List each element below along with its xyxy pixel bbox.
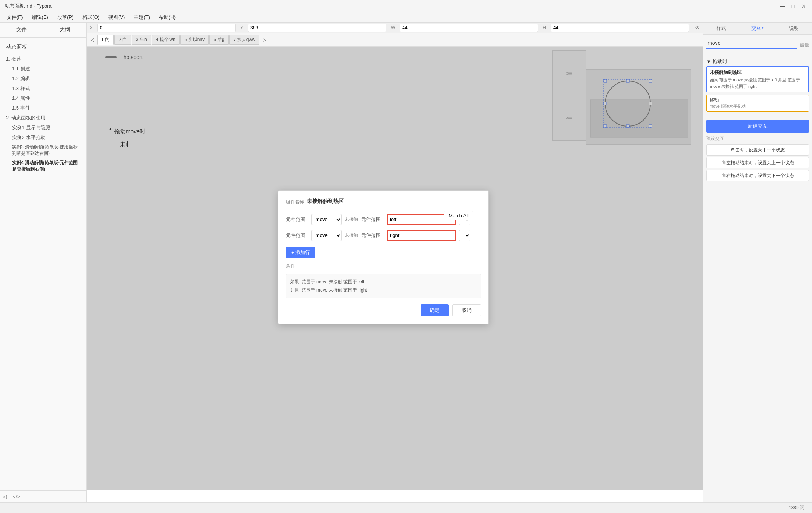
sidebar-item-s2-4[interactable]: 实例4 滑动解锁(简单版-元件范围是否接触到右侧)	[3, 158, 83, 174]
toolbar-h-label: H	[543, 25, 546, 31]
shape-name-row: move 编辑	[706, 38, 809, 53]
action-item-1[interactable]: 移动 move 跟随水平拖动	[706, 95, 809, 112]
condition-line1: 如果 范围于 move 未接触 范围于 left	[290, 278, 477, 286]
tab-item-6[interactable]: 7 换人qww	[229, 35, 259, 45]
sidebar-tab-outline[interactable]: 大纲	[43, 23, 87, 37]
sidebar-item-s1-1[interactable]: 1.1 创建	[3, 64, 83, 74]
tab-nav-next[interactable]: ▷	[260, 35, 269, 44]
trigger-section-header[interactable]: ▼ 拖动时	[706, 56, 809, 66]
tabs-row: ◁ 1 的 2 白 3 年h 4 提个jwh 5 所以nny 6 后g 7 换人…	[87, 33, 703, 47]
menu-item-1[interactable]: 编辑(E)	[28, 13, 52, 21]
tab-nav-prev[interactable]: ◁	[88, 35, 96, 44]
menu-item-6[interactable]: 帮助(H)	[155, 13, 179, 21]
minimize-button[interactable]: —	[779, 2, 786, 10]
sidebar-item-s1-5[interactable]: 1.5 事件	[3, 103, 83, 113]
menu-item-0[interactable]: 文件(F)	[3, 13, 27, 21]
action-item-title-1: 移动	[710, 97, 806, 104]
row2-col2-select[interactable]: ▼	[459, 230, 470, 241]
prev-icon[interactable]: ◁	[3, 494, 7, 499]
row1-col1-label: 元件范围	[286, 216, 308, 223]
titlebar: 动态面板.md - Typora — □ ✕	[0, 0, 812, 12]
sidebar-tabs: 文件 大纲	[0, 23, 86, 38]
menubar: 文件(F)编辑(E)段落(P)格式(O)视图(V)主题(T)帮助(H)	[0, 12, 812, 23]
condition-section: 条件 如果 范围于 move 未接触 范围于 left 并且 范围于 move …	[286, 263, 481, 298]
sidebar-item-s2-1[interactable]: 实例1 显示与隐藏	[3, 123, 83, 133]
row2-connector: 未接触	[345, 232, 358, 238]
toolbar-strip: X 0 Y 366 W 44 H 44 👁	[87, 23, 703, 33]
toolbar-x-input[interactable]: 0	[97, 24, 236, 32]
section-arrow: ▼	[706, 59, 711, 64]
tab-item-3[interactable]: 4 提个jwh	[152, 35, 180, 45]
add-row-button[interactable]: + 添加行	[286, 247, 315, 258]
toolbar-w-label: W	[391, 25, 395, 31]
code-icon[interactable]: </>	[13, 494, 20, 499]
row2-col2-label: 元件范围	[361, 232, 384, 239]
match-all-button[interactable]: Match All	[444, 211, 473, 220]
sidebar: 文件 大纲 动态面板 1. 概述 1.1 创建 1.2 编辑 1.3 样式 1.…	[0, 23, 87, 502]
sidebar-item-s2-2[interactable]: 实例2 水平拖动	[3, 133, 83, 142]
toolbar-x-label: X	[90, 25, 93, 31]
cancel-button[interactable]: 取消	[452, 304, 481, 316]
tab-item-0[interactable]: 1 的	[97, 35, 114, 45]
sidebar-item-s2[interactable]: 2. 动态面板的使用	[3, 113, 83, 123]
edit-label[interactable]: 编辑	[800, 42, 809, 49]
shape-name-label: 组件名称	[286, 199, 304, 205]
new-interaction-button[interactable]: 新建交互	[706, 120, 809, 133]
sidebar-item-s1-3[interactable]: 1.3 样式	[3, 84, 83, 93]
row2-col1-select[interactable]: move	[311, 230, 342, 241]
menu-item-3[interactable]: 格式(O)	[79, 13, 103, 21]
menu-item-2[interactable]: 段落(P)	[53, 13, 77, 21]
close-button[interactable]: ✕	[800, 2, 807, 10]
row2-col1-label: 元件范围	[286, 232, 308, 239]
tab-item-1[interactable]: 2 白	[114, 35, 131, 45]
interaction-item-desc-1: 如果 范围于 move 未接触 范围于 left 并且 范围于 move 未接触…	[710, 77, 805, 89]
shape-name-value: 未接解触到热区	[307, 198, 344, 206]
tab-item-5[interactable]: 6 后g	[209, 35, 229, 45]
row2-col2-input[interactable]: right	[387, 230, 456, 241]
condition-area: 如果 范围于 move 未接触 范围于 left 并且 范围于 move 未接触…	[286, 274, 481, 298]
sidebar-footer: ◁ </>	[0, 490, 86, 502]
toolbar-y-input[interactable]: 366	[248, 24, 386, 32]
sidebar-item-s2-3[interactable]: 实例3 滑动解锁(简单版-使用坐标判断是否到达右侧)	[3, 142, 83, 158]
sidebar-item-s1[interactable]: 1. 概述	[3, 54, 83, 64]
trigger-label: 拖动时	[713, 58, 727, 65]
tab-item-4[interactable]: 5 所以nny	[180, 35, 209, 45]
divider	[706, 116, 809, 116]
toolbar-y-label: Y	[240, 25, 243, 31]
panel-tab-note[interactable]: 说明	[776, 23, 812, 34]
content-area: X 0 Y 366 W 44 H 44 👁 ◁ 1 的 2 白 3 年h 4 提…	[87, 23, 703, 502]
interaction-item-title-1: 未接解触到热区	[710, 69, 805, 76]
dialog-row-2: 元件范围 move 未接触 元件范围 right ▼	[286, 230, 481, 241]
toolbar-h-input[interactable]: 44	[551, 24, 689, 32]
toolbar-w-input[interactable]: 44	[400, 24, 538, 32]
eye-icon[interactable]: 👁	[695, 25, 700, 31]
condition-dialog: 组件名称 未接解触到热区 Match All 元件范围 move 未接触	[278, 190, 489, 324]
row1-connector: 未接触	[345, 216, 358, 223]
preset-btn-2[interactable]: 向右拖动结束时，设置为下一个状态	[706, 170, 809, 181]
statusbar: 1389 词	[0, 502, 812, 513]
sidebar-item-s1-4[interactable]: 1.4 属性	[3, 93, 83, 103]
preset-btn-1[interactable]: 向左拖动结束时，设置为上一个状态	[706, 157, 809, 168]
sidebar-item-s1-2[interactable]: 1.2 编辑	[3, 74, 83, 84]
tab-item-2[interactable]: 3 年h	[132, 35, 151, 45]
maximize-button[interactable]: □	[789, 2, 797, 10]
menu-item-4[interactable]: 视图(V)	[105, 13, 128, 21]
interaction-item-1[interactable]: 未接解触到热区 如果 范围于 move 未接触 范围于 left 并且 范围于 …	[706, 66, 809, 92]
panel-tab-style[interactable]: 样式	[703, 23, 739, 34]
sidebar-section-title: 动态面板	[3, 42, 83, 52]
sidebar-tab-file[interactable]: 文件	[0, 23, 43, 37]
main-layout: 文件 大纲 动态面板 1. 概述 1.1 创建 1.2 编辑 1.3 样式 1.…	[0, 23, 812, 502]
sidebar-content: 动态面板 1. 概述 1.1 创建 1.2 编辑 1.3 样式 1.4 属性 1…	[0, 38, 86, 179]
panel-body: move 编辑 ▼ 拖动时 未接解触到热区 如果 范围于 move 未接触 范围…	[703, 35, 812, 502]
panel-tabs: 样式 交互 • 说明	[703, 23, 812, 35]
menu-item-5[interactable]: 主题(T)	[130, 13, 154, 21]
preset-btn-0[interactable]: 单击时，设置为下一个状态	[706, 144, 809, 156]
row1-col1-select[interactable]: move	[311, 214, 342, 225]
shape-name-input[interactable]: move	[706, 38, 797, 49]
title-text: 动态面板.md - Typora	[5, 3, 52, 9]
dialog-shape-name-row: 组件名称 未接解触到热区	[286, 198, 481, 206]
panel-tab-interaction[interactable]: 交互 •	[739, 23, 775, 34]
row1-col2-label: 元件范围	[361, 216, 384, 223]
confirm-button[interactable]: 确定	[421, 304, 449, 316]
right-panel: 样式 交互 • 说明 move 编辑 ▼ 拖动时 未接解触到热区	[703, 23, 812, 502]
